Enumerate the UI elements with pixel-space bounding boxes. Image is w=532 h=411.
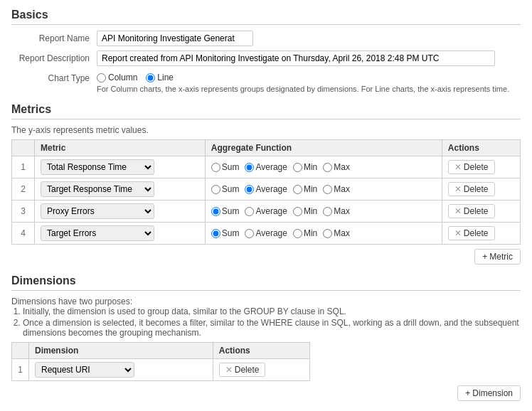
dimensions-table: Dimension Actions 1Request URI✕ Delete <box>11 342 310 381</box>
dimensions-desc: Dimensions have two purposes: Initially,… <box>11 297 521 338</box>
metrics-row-actions: ✕ Delete <box>442 201 520 223</box>
agg-radio-label-min[interactable]: Min <box>293 162 317 172</box>
report-desc-label: Report Description <box>11 50 97 63</box>
dimensions-row: 1Request URI✕ Delete <box>12 359 310 381</box>
chart-type-radio-group: Column Line <box>97 70 521 82</box>
agg-radio-label-max[interactable]: Max <box>323 228 350 238</box>
agg-radio-label-max[interactable]: Max <box>323 206 350 216</box>
chart-type-line-radio[interactable] <box>146 73 155 82</box>
agg-radio-label-min[interactable]: Min <box>293 228 317 238</box>
metrics-th-actions: Actions <box>442 140 520 156</box>
delete-dimension-button[interactable]: ✕ Delete <box>219 363 266 377</box>
dimensions-desc-list: Initially, the dimension is used to grou… <box>23 306 521 338</box>
metrics-th-metric: Metric <box>34 140 205 156</box>
dimensions-desc-item-2: Once a dimension is selected, it becomes… <box>23 318 521 338</box>
agg-radios: Sum Average Min Max <box>211 228 436 238</box>
metrics-row: 1Total Response Time Sum Average Min Max… <box>12 156 521 178</box>
chart-type-column-label[interactable]: Column <box>97 73 137 82</box>
agg-radio-average[interactable] <box>245 207 254 216</box>
dimension-select[interactable]: Request URI <box>35 362 134 378</box>
report-name-input[interactable] <box>97 31 253 46</box>
dimensions-desc-intro: Dimensions have two purposes: <box>11 297 132 306</box>
delete-metric-button[interactable]: ✕ Delete <box>448 204 495 218</box>
dimensions-section: Dimensions Dimensions have two purposes:… <box>11 274 521 401</box>
metrics-row-actions: ✕ Delete <box>442 223 520 245</box>
chart-type-label: Chart Type <box>11 70 97 83</box>
dim-th-dimension: Dimension <box>29 343 213 359</box>
agg-radio-label-min[interactable]: Min <box>293 206 317 216</box>
delete-metric-button[interactable]: ✕ Delete <box>448 226 495 240</box>
add-metric-button[interactable]: + Metric <box>474 249 521 265</box>
agg-radio-sum[interactable] <box>211 163 220 172</box>
agg-radio-sum[interactable] <box>211 229 220 238</box>
agg-radio-label-average[interactable]: Average <box>245 184 287 194</box>
agg-radio-max[interactable] <box>323 207 332 216</box>
dimensions-footer: + Dimension <box>11 385 521 401</box>
agg-radio-label-average[interactable]: Average <box>245 228 287 238</box>
plus-icon-dim: + <box>465 388 470 398</box>
chart-type-wrap: Column Line For Column charts, the x-axi… <box>97 70 521 93</box>
metrics-row-num: 1 <box>12 156 35 178</box>
report-desc-row: Report Description <box>11 50 521 66</box>
metrics-row-agg: Sum Average Min Max <box>205 178 442 201</box>
metrics-row-actions: ✕ Delete <box>442 156 520 178</box>
metrics-title: Metrics <box>11 103 521 119</box>
metrics-row-agg: Sum Average Min Max <box>205 201 442 223</box>
agg-radios: Sum Average Min Max <box>211 162 436 172</box>
agg-radio-max[interactable] <box>323 163 332 172</box>
agg-radio-sum[interactable] <box>211 185 220 194</box>
agg-radio-label-sum[interactable]: Sum <box>211 228 240 238</box>
chart-type-line-label[interactable]: Line <box>146 73 174 82</box>
agg-radio-max[interactable] <box>323 229 332 238</box>
agg-radio-label-sum[interactable]: Sum <box>211 184 240 194</box>
metrics-row-num: 2 <box>12 178 35 201</box>
dimensions-title: Dimensions <box>11 274 521 291</box>
report-name-row: Report Name <box>11 31 521 46</box>
add-dimension-label: Dimension <box>472 388 513 398</box>
metrics-table: Metric Aggregate Function Actions 1Total… <box>11 139 521 245</box>
agg-radio-sum[interactable] <box>211 207 220 216</box>
chart-type-row: Chart Type Column Line For Column charts… <box>11 70 521 93</box>
delete-metric-button[interactable]: ✕ Delete <box>448 160 495 174</box>
chart-type-hint: For Column charts, the x-axis represents… <box>97 85 521 93</box>
agg-radio-max[interactable] <box>323 185 332 194</box>
delete-metric-button[interactable]: ✕ Delete <box>448 182 495 196</box>
add-dimension-button[interactable]: + Dimension <box>457 385 521 401</box>
metrics-row-metric: Total Response Time <box>34 156 205 178</box>
metric-select[interactable]: Proxy Errors <box>41 203 154 219</box>
x-icon: ✕ <box>454 184 462 194</box>
metrics-desc: The y-axis represents metric values. <box>11 125 521 135</box>
metrics-row: 2Target Response Time Sum Average Min Ma… <box>12 178 521 201</box>
chart-type-column-radio[interactable] <box>97 73 106 82</box>
basics-section: Basics Report Name Report Description Ch… <box>11 9 521 93</box>
agg-radio-label-average[interactable]: Average <box>245 162 287 172</box>
agg-radio-label-sum[interactable]: Sum <box>211 206 240 216</box>
dim-row-num: 1 <box>12 359 29 381</box>
metrics-footer: + Metric <box>11 249 521 265</box>
agg-radio-label-min[interactable]: Min <box>293 184 317 194</box>
dim-th-num <box>12 343 29 359</box>
metrics-row-agg: Sum Average Min Max <box>205 223 442 245</box>
metrics-row: 3Proxy Errors Sum Average Min Max✕ Delet… <box>12 201 521 223</box>
agg-radio-min[interactable] <box>293 229 302 238</box>
metric-select[interactable]: Total Response Time <box>41 159 154 175</box>
agg-radio-min[interactable] <box>293 185 302 194</box>
agg-radio-min[interactable] <box>293 207 302 216</box>
metrics-row-num: 3 <box>12 201 35 223</box>
agg-radio-average[interactable] <box>245 185 254 194</box>
agg-radio-label-average[interactable]: Average <box>245 206 287 216</box>
report-desc-wrap <box>97 50 521 66</box>
metric-select[interactable]: Target Response Time <box>41 181 154 197</box>
agg-radio-label-max[interactable]: Max <box>323 184 350 194</box>
agg-radio-average[interactable] <box>245 229 254 238</box>
dim-th-actions: Actions <box>213 343 309 359</box>
agg-radio-label-max[interactable]: Max <box>323 162 350 172</box>
x-icon: ✕ <box>454 206 462 216</box>
metric-select[interactable]: Target Errors <box>41 225 154 241</box>
x-icon: ✕ <box>454 228 462 238</box>
agg-radio-min[interactable] <box>293 163 302 172</box>
report-desc-input[interactable] <box>97 50 495 66</box>
agg-radio-label-sum[interactable]: Sum <box>211 162 240 172</box>
agg-radio-average[interactable] <box>245 163 254 172</box>
dim-row-dimension: Request URI <box>29 359 213 381</box>
